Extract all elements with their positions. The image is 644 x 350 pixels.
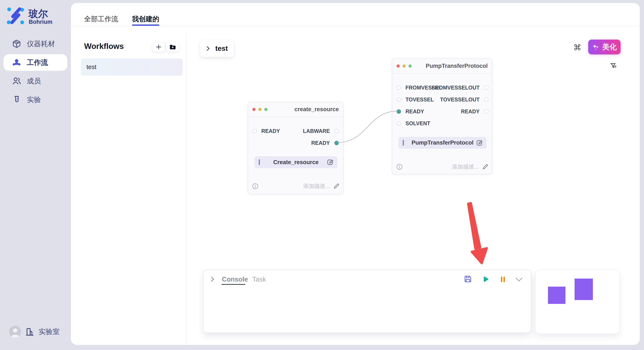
brand-logo-icon [6,6,25,25]
port-input-tovessel: TOVESSEL [396,97,434,102]
workflow-list-item[interactable]: test [81,58,183,76]
node-footer: 添加描述... [396,163,488,170]
main-panel: 全部工作流 我创建的 Workflows test test [71,3,640,345]
port-input-solvent: SOLVENT [396,121,430,126]
edit-icon[interactable] [476,139,483,147]
beautify-label: 美化 [602,42,617,52]
port-dot-connected[interactable] [334,141,339,145]
minimap-node-rect [548,287,566,304]
port-dot-connected[interactable] [396,109,401,114]
brand-name-cn: 玻尔 [28,7,48,20]
sidebar: 玻尔 Bohrium 仪器耗材 工作流 [0,0,71,350]
workflow-icon [12,58,21,67]
beautify-button[interactable]: 美化 [588,39,620,54]
sidebar-item-label: 工作流 [27,58,48,67]
node-pump-transfer-protocol[interactable]: PumpTransferProtocol FROMVESSEL TOVESSEL… [392,58,492,174]
port-output-ready: READY [311,140,339,146]
workspace-label: 实验室 [38,327,60,337]
node-title: PumpTransferProtocol [426,63,488,69]
pill-accent-bar [259,159,260,165]
port-output-labware: LABWARE [303,128,339,134]
workspace-row[interactable]: 实验室 [9,326,60,338]
add-workflow-button[interactable] [152,42,165,52]
tab-my-created[interactable]: 我创建的 [132,14,159,24]
workflows-panel-title: Workflows [84,42,124,51]
edge-ready-connection [338,111,398,143]
node-name-pill[interactable]: PumpTransferProtocol [398,137,486,149]
edit-icon[interactable] [327,159,334,166]
workflow-tabbar: 全部工作流 我创建的 [71,3,640,26]
brand-name-en: Bohrium [29,19,52,25]
node-name-pill[interactable]: Create_resource [254,156,337,168]
node-create-resource[interactable]: create_resource READY LABWARE READY Crea… [248,102,344,194]
command-icon[interactable] [574,44,581,51]
port-dot[interactable] [334,129,339,133]
description-placeholder[interactable]: 添加描述... [452,163,479,171]
traffic-dots-icon [252,108,268,111]
plus-icon [155,44,162,50]
sidebar-item-label: 成员 [27,76,41,86]
pause-icon[interactable] [499,276,507,283]
info-icon[interactable] [396,164,403,170]
port-output-fromvesselout: FROMVESSELOUT [432,85,488,90]
pencil-icon[interactable] [333,183,340,189]
traffic-dots-icon [396,64,412,68]
minimap-node-rect [574,279,593,300]
import-folder-button[interactable] [166,42,179,52]
experiment-icon [12,95,21,104]
tab-all-workflows[interactable]: 全部工作流 [84,14,118,24]
members-icon [12,76,21,86]
port-input-ready: READY [252,128,280,134]
building-icon [25,327,35,337]
panel-divider [186,33,186,345]
sidebar-item-experiment[interactable]: 实验 [4,91,67,108]
sidebar-item-consumables[interactable]: 仪器耗材 [4,35,67,52]
node-title: create_resource [294,106,339,113]
port-dot[interactable] [396,121,401,126]
port-dot[interactable] [252,129,257,133]
filter-icon[interactable] [610,62,618,70]
port-dot[interactable] [484,109,488,114]
chevron-down-icon[interactable] [515,277,523,282]
node-footer: 添加描述... [252,182,340,190]
collapse-chevron-right-icon[interactable] [210,276,215,282]
red-arrow-annotation [468,203,487,263]
console-panel: Console Task [203,270,531,333]
port-dot[interactable] [396,85,401,90]
active-tab-underline [132,24,159,26]
play-icon[interactable] [481,275,490,283]
sidebar-item-label: 实验 [27,95,41,105]
description-placeholder[interactable]: 添加描述... [303,182,330,190]
port-input-ready: READY [396,109,424,114]
node-header: PumpTransferProtocol [392,58,492,74]
info-icon[interactable] [252,183,258,189]
node-header: create_resource [248,102,343,117]
sidebar-item-workflow[interactable]: 工作流 [4,54,67,71]
sidebar-item-members[interactable]: 成员 [4,73,67,89]
pill-accent-bar [403,140,404,146]
minimap[interactable] [535,270,620,334]
avatar[interactable] [9,326,21,338]
tab-console[interactable]: Console [222,276,248,283]
console-tab-underline [222,284,245,285]
package-icon [12,39,21,48]
port-output-tovesselout: TOVESSELOUT [440,97,488,102]
tab-task[interactable]: Task [252,276,266,283]
folder-download-icon [169,43,176,51]
save-icon[interactable] [464,275,472,283]
chevron-right-icon [206,45,210,51]
sidebar-item-label: 仪器耗材 [27,39,55,49]
sparkles-icon [592,43,600,51]
breadcrumb-label: test [215,44,228,52]
port-dot[interactable] [484,85,488,90]
port-dot[interactable] [484,97,488,102]
port-dot[interactable] [396,97,401,102]
port-output-ready: READY [461,109,488,114]
pencil-icon[interactable] [482,164,488,170]
breadcrumb[interactable]: test [200,40,234,57]
